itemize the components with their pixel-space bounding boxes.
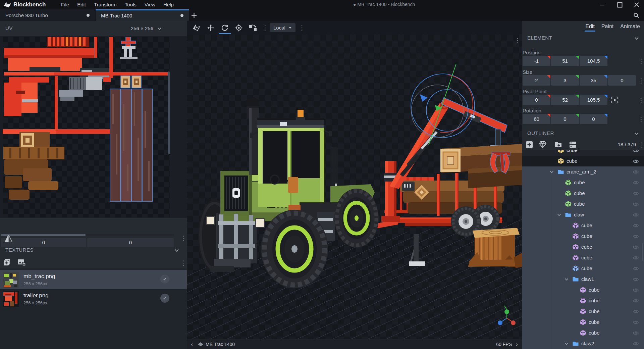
mode-tab-edit[interactable]: Edit — [585, 22, 595, 31]
menu-tools[interactable]: Tools — [121, 0, 141, 9]
project-tab-1[interactable]: MB Trac 1400 — [96, 9, 189, 21]
texture-assigned-check-icon[interactable]: ✓ — [160, 275, 169, 284]
textures-menu-button[interactable]: ⋮ — [180, 260, 184, 266]
minimize-button[interactable] — [595, 0, 609, 9]
toolbar-menu-button[interactable]: ⋮ — [262, 24, 266, 31]
texture-assigned-check-icon[interactable]: ✓ — [160, 294, 169, 303]
viewport-canvas[interactable]: ⋮ — [187, 35, 522, 339]
position-input-z[interactable]: 104.5 — [580, 56, 607, 66]
pivot-point-input-y[interactable]: 52 — [551, 95, 579, 105]
expand-chevron[interactable] — [557, 212, 561, 217]
pivot-tool-button[interactable] — [232, 21, 246, 35]
visibility-toggle[interactable] — [633, 244, 639, 250]
visibility-toggle[interactable] — [633, 222, 639, 229]
outliner-row-cube[interactable]: cube — [522, 306, 644, 317]
add-group-icon[interactable] — [554, 141, 562, 149]
viewport-menu-button[interactable]: ⋮ — [514, 37, 518, 44]
mirror-uv-icon[interactable] — [4, 234, 13, 243]
rotation-input-z[interactable]: 0 — [580, 114, 607, 124]
size-input-x[interactable]: 2 — [523, 75, 550, 86]
texture-row-trailer.png[interactable]: trailer.png 256 x 256px ✓ — [0, 289, 187, 308]
visibility-toggle[interactable] — [633, 276, 639, 283]
menu-help[interactable]: Help — [159, 0, 178, 9]
transform-space-dropdown[interactable]: Local — [270, 23, 296, 32]
outliner-row-cube[interactable]: cube — [522, 177, 644, 188]
outliner-row-cube[interactable]: cube — [522, 156, 644, 166]
uv-panel-header[interactable]: UV 256 × 256 — [0, 21, 187, 36]
toolbar-overflow-menu-button[interactable]: ⋮ — [299, 24, 303, 31]
outliner-row-claw1[interactable]: claw1 — [522, 274, 644, 285]
outliner-row-claw[interactable]: claw — [522, 209, 644, 220]
textures-panel-header[interactable]: TEXTURES — [0, 244, 187, 257]
maximize-button[interactable] — [612, 0, 627, 9]
uv-menu-button[interactable]: ⋮ — [180, 235, 184, 241]
move-tool-button[interactable] — [204, 21, 218, 35]
expand-chevron[interactable] — [564, 277, 569, 282]
position-input-x[interactable]: -1 — [523, 56, 550, 66]
pivot-focus-button[interactable] — [610, 95, 620, 105]
visibility-toggle[interactable] — [633, 287, 639, 293]
visibility-toggle[interactable] — [633, 308, 639, 315]
element-group-menu-button[interactable]: ⋮ — [638, 78, 642, 84]
outliner-row-claw2[interactable]: claw2 — [522, 338, 644, 349]
outliner-row-cube[interactable]: cube — [522, 199, 644, 209]
vertex-snap-tool-button[interactable] — [246, 21, 260, 35]
next-view-button[interactable]: › — [512, 341, 522, 347]
outliner-scrollbar[interactable] — [642, 243, 643, 261]
toggle-hierarchy-icon[interactable] — [569, 141, 577, 149]
mode-tab-paint[interactable]: Paint — [601, 22, 614, 31]
prev-view-button[interactable]: ‹ — [187, 341, 197, 347]
outliner-row-cube[interactable]: cube — [522, 252, 644, 263]
new-tab-button[interactable] — [189, 11, 199, 20]
select-tool-button[interactable] — [190, 21, 204, 35]
outliner-row-cube[interactable]: cube — [522, 317, 644, 328]
menu-edit[interactable]: Edit — [73, 0, 90, 9]
add-mesh-icon[interactable] — [539, 141, 547, 149]
mode-tab-animate[interactable]: Animate — [620, 22, 641, 31]
uv-vertical-scrollbar[interactable] — [168, 71, 170, 154]
menu-view[interactable]: View — [141, 0, 159, 9]
uv-resolution-dropdown[interactable]: 256 × 256 — [131, 26, 162, 31]
rotate-tool-button[interactable] — [218, 21, 232, 35]
menu-file[interactable]: File — [57, 0, 73, 9]
element-group-menu-button[interactable]: ⋮ — [638, 97, 642, 103]
outliner-row-cube[interactable]: cube — [522, 295, 644, 306]
outliner-row-cube[interactable]: cube — [522, 231, 644, 242]
size-input-z[interactable]: 35 — [580, 75, 607, 86]
visibility-toggle[interactable] — [633, 330, 639, 336]
close-button[interactable] — [629, 0, 644, 9]
rotation-input-y[interactable]: 0 — [551, 114, 579, 124]
element-group-menu-button[interactable]: ⋮ — [638, 116, 642, 122]
outliner-row-crane_arm_2[interactable]: crane_arm_2 — [522, 166, 644, 177]
outliner-menu-button[interactable]: ⋮ — [638, 142, 642, 148]
visibility-toggle[interactable] — [633, 298, 639, 304]
pivot-point-input-x[interactable]: 0 — [523, 95, 550, 105]
element-panel-header[interactable]: ELEMENT — [522, 34, 644, 42]
texture-row-mb_trac.png[interactable]: mb_trac.png 256 x 256px ✓ — [0, 270, 187, 289]
visibility-toggle[interactable] — [633, 319, 639, 326]
outliner-row-cube[interactable]: cube — [522, 263, 644, 274]
visibility-toggle[interactable] — [633, 150, 639, 154]
menu-transform[interactable]: Transform — [90, 0, 121, 9]
outliner-row-cube[interactable]: cube — [522, 285, 644, 295]
project-tab-0[interactable]: Porsche 930 Turbo — [0, 9, 95, 21]
import-texture-icon[interactable] — [3, 258, 11, 266]
outliner-row-cube[interactable]: cube — [522, 328, 644, 338]
size-input-y[interactable]: 3 — [551, 75, 579, 86]
outliner-row-cube[interactable]: cube — [522, 220, 644, 231]
visibility-toggle[interactable] — [633, 265, 639, 272]
outliner-panel-header[interactable]: OUTLINER — [522, 129, 644, 138]
position-input-y[interactable]: 51 — [551, 56, 579, 66]
rotation-input-x[interactable]: 60 — [523, 114, 550, 124]
create-texture-icon[interactable] — [17, 259, 25, 266]
uv-canvas[interactable] — [3, 37, 170, 217]
expand-chevron[interactable] — [564, 341, 569, 346]
visibility-toggle[interactable] — [633, 255, 639, 261]
pivot-point-input-z[interactable]: 105.5 — [580, 95, 607, 105]
visibility-toggle[interactable] — [633, 212, 639, 218]
outliner-row-cube[interactable]: cube — [522, 150, 644, 156]
size-input-none[interactable]: 0 — [608, 75, 636, 86]
element-group-menu-button[interactable]: ⋮ — [638, 58, 642, 64]
visibility-toggle[interactable] — [633, 201, 639, 207]
visibility-toggle[interactable] — [633, 158, 639, 164]
